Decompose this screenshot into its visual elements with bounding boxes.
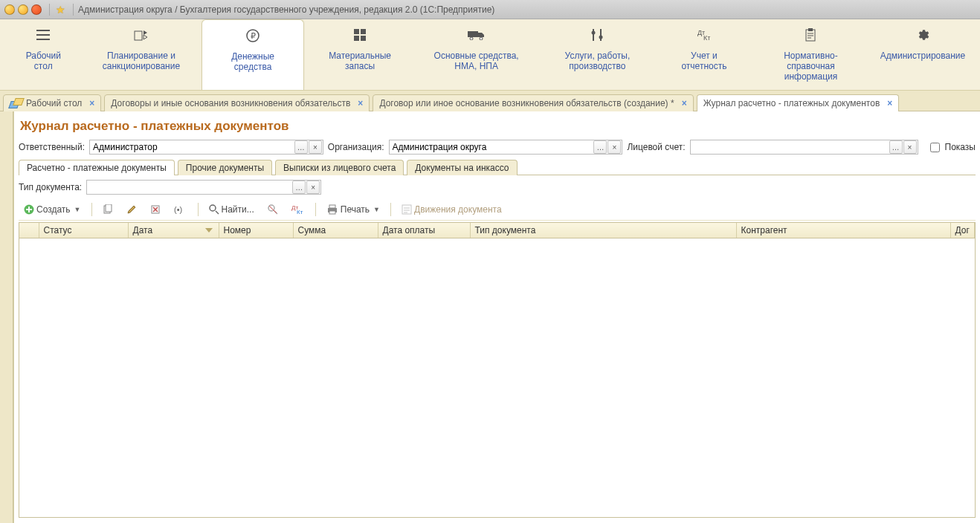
subtab-incasso[interactable]: Документы на инкассо	[407, 160, 517, 175]
select-dialog-button[interactable]: …	[593, 140, 607, 154]
filter-row: Ответственный: … × Организация: … × Лице…	[19, 140, 976, 155]
window-minimize-button[interactable]	[18, 4, 28, 15]
account-field[interactable]: … ×	[690, 140, 918, 155]
edit-button[interactable]	[121, 201, 142, 218]
clear-button[interactable]: ×	[903, 140, 917, 154]
planning-icon	[134, 27, 149, 43]
pencil-icon	[126, 204, 137, 215]
cancel-search-button[interactable]	[262, 201, 283, 218]
col-contract[interactable]: Дог	[950, 223, 975, 238]
col-status[interactable]: Статус	[39, 223, 128, 238]
documents-grid[interactable]: Статус Дата Номер Сумма Дата оплаты Тип …	[19, 222, 976, 518]
svg-point-21	[210, 205, 216, 211]
col-paydate[interactable]: Дата оплаты	[378, 223, 470, 238]
subtab-other-docs[interactable]: Прочие документы	[178, 160, 272, 175]
tab-payments-journal[interactable]: Журнал расчетно - платежных документов ×	[697, 94, 900, 112]
tab-desktop[interactable]: Рабочий стол ×	[3, 94, 101, 112]
window-title: Администрация округа / Бухгалтерия госуд…	[78, 4, 494, 15]
select-dialog-button[interactable]: …	[889, 140, 903, 154]
section-label: Администрирование	[880, 51, 965, 61]
section-label: Материальные запасы	[315, 51, 405, 71]
section-label: Основные средства, НМА, НПА	[426, 51, 526, 71]
close-icon[interactable]: ×	[358, 98, 363, 108]
svg-rect-5	[354, 36, 359, 41]
dtkt-button[interactable]: ДтКт	[286, 201, 310, 218]
grid-header: Статус Дата Номер Сумма Дата оплаты Тип …	[19, 223, 975, 238]
clear-button[interactable]: ×	[309, 140, 322, 154]
tab-label: Рабочий стол	[26, 98, 82, 108]
copy-button[interactable]	[97, 201, 118, 218]
section-label: Рабочий стол	[16, 51, 71, 71]
delete-mark-icon	[150, 204, 161, 215]
create-label: Создать	[36, 204, 71, 215]
titlebar-separator	[49, 4, 50, 16]
org-field[interactable]: … ×	[389, 140, 623, 155]
section-planning[interactable]: Планирование и санкционирование	[81, 19, 202, 90]
find-label: Найти...	[222, 204, 254, 215]
section-reporting[interactable]: ДтКт Учет и отчетность	[658, 19, 750, 90]
close-icon[interactable]: ×	[887, 98, 892, 108]
section-admin[interactable]: Администрирование	[871, 19, 974, 90]
copy-icon	[103, 204, 113, 215]
section-desktop[interactable]: Рабочий стол	[6, 19, 81, 90]
cancel-search-icon	[268, 204, 278, 215]
svg-rect-6	[361, 36, 366, 41]
interval-button[interactable]: (•)	[169, 201, 193, 218]
grid-body-empty[interactable]	[19, 238, 975, 518]
window-titlebar: ★ Администрация округа / Бухгалтерия гос…	[0, 0, 980, 19]
window-close-button[interactable]	[31, 4, 42, 15]
account-input[interactable]	[691, 140, 889, 154]
svg-rect-15	[808, 28, 813, 31]
print-button[interactable]: Печать ▼	[321, 201, 385, 218]
show-checkbox-input[interactable]	[930, 143, 940, 152]
subtab-statements[interactable]: Выписки из лицевого счета	[275, 160, 404, 175]
sections-bar: Рабочий стол Планирование и санкциониров…	[0, 19, 980, 91]
create-button[interactable]: Создать ▼	[19, 201, 86, 218]
section-money[interactable]: ₽ Денежные средства	[202, 19, 304, 90]
chevron-down-icon: ▼	[74, 206, 81, 213]
dtkt-icon: ДтКт	[291, 204, 305, 215]
sliders-icon	[591, 27, 603, 43]
select-dialog-button[interactable]: …	[294, 140, 308, 154]
window-tabs: Рабочий стол × Договоры и иные основания…	[0, 91, 980, 111]
movements-label: Движения документа	[414, 204, 502, 215]
responsible-field[interactable]: … ×	[89, 140, 323, 155]
section-materials[interactable]: Материальные запасы	[304, 19, 416, 90]
col-doctype[interactable]: Тип документа	[470, 223, 736, 238]
section-services[interactable]: Услуги, работы, производство	[537, 19, 658, 90]
org-input[interactable]	[390, 140, 594, 154]
col-sum[interactable]: Сумма	[293, 223, 378, 238]
close-icon[interactable]: ×	[682, 98, 687, 108]
section-reference[interactable]: Нормативно-справочная информация	[750, 19, 871, 90]
col-date[interactable]: Дата	[128, 223, 219, 238]
doctype-input[interactable]	[87, 181, 292, 194]
show-checkbox[interactable]: Показы	[927, 140, 976, 155]
delete-button[interactable]	[145, 201, 166, 218]
col-marker[interactable]	[19, 223, 39, 238]
find-button[interactable]: Найти...	[204, 201, 259, 218]
col-number[interactable]: Номер	[219, 223, 293, 238]
account-label: Лицевой счет:	[627, 142, 685, 152]
favorite-icon[interactable]: ★	[56, 4, 65, 16]
responsible-input[interactable]	[90, 140, 294, 154]
report-icon: ДтКт	[697, 27, 711, 43]
doctype-label: Тип документа:	[19, 182, 82, 192]
section-assets[interactable]: Основные средства, НМА, НПА	[416, 19, 537, 90]
subtab-payment-docs[interactable]: Расчетно - платежные документы	[19, 160, 175, 175]
clear-button[interactable]: ×	[607, 140, 621, 154]
doctype-field[interactable]: … ×	[86, 180, 321, 195]
select-dialog-button[interactable]: …	[292, 181, 306, 194]
toolbar: Создать ▼ (•) Найти... ДтКт Печать ▼ Дви…	[19, 199, 976, 221]
ruble-icon: ₽	[246, 27, 259, 44]
truck-icon	[468, 27, 486, 43]
tab-contract-create[interactable]: Договор или иное основание возникновения…	[373, 94, 693, 112]
movements-button[interactable]: Движения документа	[396, 201, 507, 218]
close-icon[interactable]: ×	[89, 98, 94, 108]
tab-contracts[interactable]: Договоры и иные основания возникновения …	[104, 94, 370, 112]
section-label: Услуги, работы, производство	[547, 51, 648, 71]
svg-point-11	[599, 36, 603, 39]
clear-button[interactable]: ×	[306, 181, 320, 194]
col-counterparty[interactable]: Контрагент	[736, 223, 950, 238]
plus-icon	[24, 204, 34, 215]
titlebar-separator	[73, 4, 74, 16]
